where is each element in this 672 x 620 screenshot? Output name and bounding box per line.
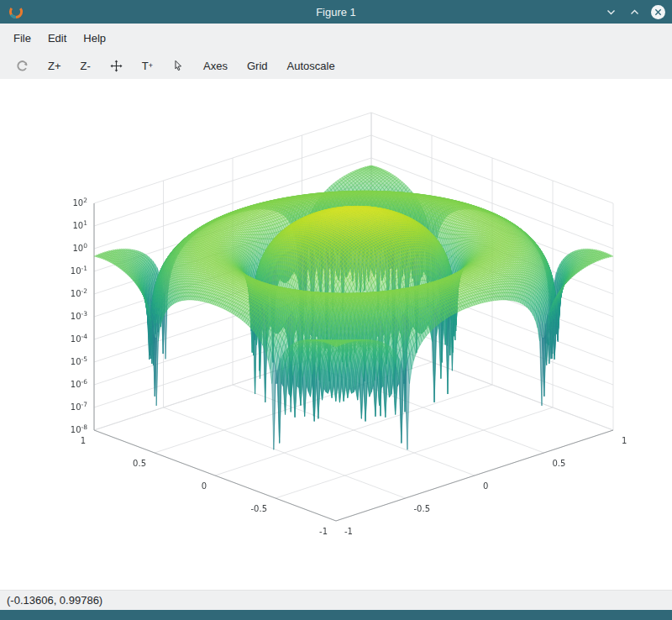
cursor-icon [172,60,184,71]
surface-plot-canvas[interactable] [0,79,672,590]
rotate-icon [16,60,29,72]
rotate-view-button[interactable] [10,57,34,75]
window-controls [601,3,667,21]
menu-item-help[interactable]: Help [75,28,114,49]
axes-button[interactable]: Axes [197,58,234,74]
pan-icon [110,60,123,72]
window-titlebar[interactable]: Figure 1 [0,0,672,24]
chevron-down-icon [606,7,617,18]
autoscale-button[interactable]: Autoscale [281,58,341,74]
plot-area [0,79,672,590]
close-icon [651,5,665,19]
text-tool-label: T [142,60,149,71]
statusbar: (-0.13606, 0.99786) [0,590,672,610]
grid-button[interactable]: Grid [241,58,274,74]
menu-item-edit[interactable]: Edit [39,28,75,49]
menubar: File Edit Help [0,24,672,52]
menu-item-file[interactable]: File [5,28,39,49]
window-title: Figure 1 [0,6,672,18]
zoom-in-button[interactable]: Z+ [42,58,67,74]
chevron-up-icon [629,7,640,18]
close-button[interactable] [648,3,667,21]
pan-button[interactable] [104,57,129,75]
toolbar: Z+ Z- T+ Axes Grid Autoscale [0,52,672,79]
window-bottom-edge [0,610,672,620]
app-icon [8,4,24,19]
select-tool-button[interactable] [166,57,190,74]
cursor-coordinates: (-0.13606, 0.99786) [7,594,102,607]
figure-window: Figure 1 File Edit [0,0,672,620]
text-tool-sub: + [149,62,153,70]
zoom-out-button[interactable]: Z- [75,58,97,74]
maximize-button[interactable] [625,3,643,21]
text-tool-button[interactable]: T+ [136,58,159,74]
minimize-button[interactable] [601,3,620,21]
